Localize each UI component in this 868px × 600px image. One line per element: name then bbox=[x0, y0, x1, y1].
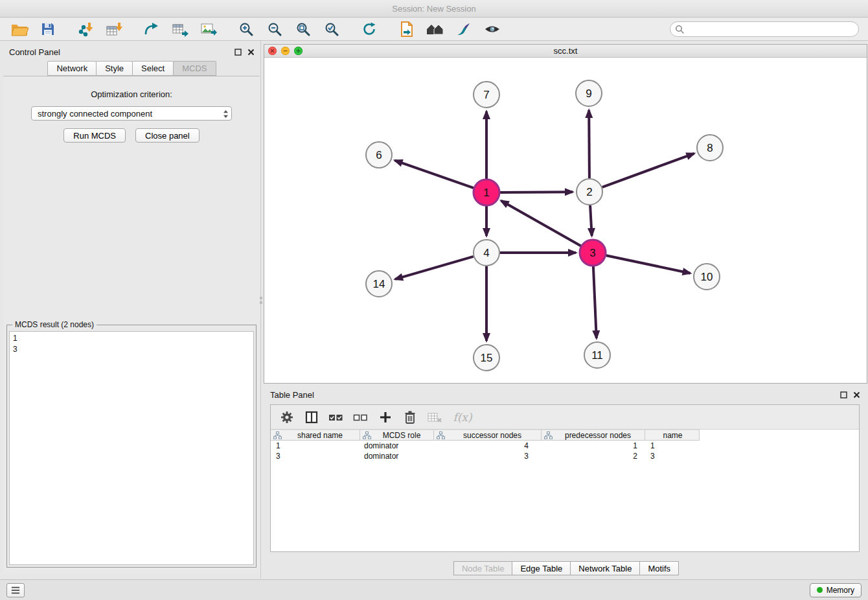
node-6[interactable]: 6 bbox=[366, 142, 392, 168]
trash-icon bbox=[404, 410, 417, 424]
import-network-button[interactable] bbox=[74, 19, 97, 39]
node-1[interactable]: 1 bbox=[474, 179, 499, 205]
node-10[interactable]: 10 bbox=[694, 264, 720, 290]
table-row[interactable]: 3 dominator 3 2 3 bbox=[271, 451, 859, 461]
mcds-result-title: MCDS result (2 nodes) bbox=[12, 320, 97, 329]
edge-2-8[interactable] bbox=[602, 154, 694, 187]
export-network-icon bbox=[144, 21, 159, 37]
node-11[interactable]: 11 bbox=[584, 342, 610, 368]
column-header-shared-name[interactable]: shared name bbox=[271, 430, 360, 441]
refresh-icon bbox=[361, 21, 377, 37]
criterion-select-value: strongly connected component bbox=[38, 109, 152, 119]
criterion-select[interactable]: strongly connected component bbox=[31, 106, 232, 121]
delete-columns-button[interactable] bbox=[399, 408, 421, 427]
close-panel-button[interactable]: Close panel bbox=[135, 128, 200, 143]
column-header-name[interactable]: name bbox=[645, 430, 700, 441]
node-15[interactable]: 15 bbox=[474, 345, 499, 371]
close-table-panel-icon[interactable] bbox=[853, 391, 860, 398]
tab-style[interactable]: Style bbox=[96, 61, 133, 76]
control-panel-title: Control Panel bbox=[9, 47, 60, 57]
node-3[interactable]: 3 bbox=[580, 240, 606, 266]
edge-2-9[interactable] bbox=[589, 110, 589, 178]
svg-text:9: 9 bbox=[586, 87, 591, 100]
function-builder-button[interactable]: f(x) bbox=[448, 408, 477, 427]
network-graph-canvas[interactable]: 7968124314101511 bbox=[264, 58, 867, 383]
cell-predecessor-nodes: 1 bbox=[542, 441, 645, 451]
sort-tree-icon bbox=[363, 432, 371, 439]
save-session-button[interactable] bbox=[36, 19, 60, 39]
mcds-result-list[interactable]: 1 3 bbox=[9, 331, 254, 565]
refresh-view-button[interactable] bbox=[358, 19, 381, 39]
import-table-button[interactable] bbox=[102, 19, 126, 39]
float-table-panel-icon[interactable] bbox=[840, 391, 847, 398]
cell-name: 3 bbox=[645, 451, 700, 461]
columns-icon bbox=[305, 411, 318, 424]
table-panel-title: Table Panel bbox=[270, 390, 314, 400]
float-panel-icon[interactable] bbox=[234, 49, 242, 56]
node-14[interactable]: 14 bbox=[366, 271, 392, 297]
deselect-all-button[interactable] bbox=[350, 408, 372, 427]
tab-mcds[interactable]: MCDS bbox=[173, 61, 216, 76]
node-4[interactable]: 4 bbox=[474, 240, 499, 266]
memory-status-icon bbox=[817, 587, 823, 593]
edge-2-3[interactable] bbox=[590, 205, 592, 236]
task-history-button[interactable] bbox=[6, 583, 25, 597]
zoom-selected-button[interactable] bbox=[320, 19, 343, 39]
tab-motifs[interactable]: Motifs bbox=[639, 561, 679, 575]
panel-splitter[interactable] bbox=[260, 41, 261, 579]
zoom-in-button[interactable] bbox=[234, 19, 258, 39]
table-panel: Table Panel bbox=[264, 387, 868, 561]
edge-1-2[interactable] bbox=[500, 192, 573, 192]
zoom-out-button[interactable] bbox=[263, 19, 286, 39]
delete-table-button[interactable] bbox=[424, 408, 446, 427]
column-header-predecessor-nodes[interactable]: predecessor nodes bbox=[542, 430, 645, 441]
tab-edge-table[interactable]: Edge Table bbox=[512, 561, 571, 575]
svg-text:15: 15 bbox=[481, 352, 493, 364]
open-session-button[interactable] bbox=[8, 19, 31, 39]
export-network-button[interactable] bbox=[140, 19, 163, 39]
memory-button[interactable]: Memory bbox=[810, 583, 862, 597]
node-2[interactable]: 2 bbox=[577, 179, 602, 205]
search-input[interactable] bbox=[670, 21, 859, 37]
select-all-button[interactable] bbox=[325, 408, 347, 427]
plus-icon bbox=[379, 411, 392, 424]
search-icon bbox=[675, 25, 684, 34]
export-table-button[interactable] bbox=[168, 19, 192, 39]
table-row[interactable]: 1 dominator 4 1 1 bbox=[271, 441, 859, 451]
splitter-grip[interactable] bbox=[259, 295, 262, 305]
minimize-window-icon[interactable] bbox=[281, 47, 290, 55]
tab-node-table[interactable]: Node Table bbox=[453, 561, 513, 575]
file-group bbox=[8, 19, 60, 39]
home-button[interactable] bbox=[424, 19, 447, 39]
column-header-successor-nodes[interactable]: successor nodes bbox=[434, 430, 542, 441]
edge-4-14[interactable] bbox=[395, 257, 474, 279]
apply-style-button[interactable] bbox=[452, 19, 475, 39]
table-tabs: Node Table Edge Table Network Table Moti… bbox=[264, 561, 868, 575]
close-window-icon[interactable] bbox=[268, 47, 277, 55]
run-mcds-button[interactable]: Run MCDS bbox=[63, 128, 126, 143]
close-panel-icon[interactable] bbox=[247, 49, 255, 56]
tab-network-table[interactable]: Network Table bbox=[570, 561, 640, 575]
edge-3-11[interactable] bbox=[593, 266, 597, 338]
maximize-window-icon[interactable] bbox=[294, 47, 303, 55]
cell-predecessor-nodes: 2 bbox=[542, 451, 645, 461]
tab-network[interactable]: Network bbox=[47, 61, 97, 76]
node-8[interactable]: 8 bbox=[697, 135, 723, 161]
edge-3-10[interactable] bbox=[606, 255, 691, 273]
show-hide-button[interactable] bbox=[481, 19, 504, 39]
show-columns-button[interactable] bbox=[301, 408, 323, 427]
tab-select[interactable]: Select bbox=[132, 61, 174, 76]
copy-style-button[interactable] bbox=[395, 19, 418, 39]
svg-text:11: 11 bbox=[591, 349, 603, 362]
titlebar: Session: New Session bbox=[0, 0, 868, 17]
export-image-button[interactable] bbox=[197, 19, 220, 39]
add-column-button[interactable] bbox=[374, 408, 396, 427]
zoom-fit-button[interactable] bbox=[291, 19, 315, 39]
column-header-mcds-role[interactable]: MCDS role bbox=[360, 430, 434, 441]
column-settings-button[interactable] bbox=[276, 408, 298, 427]
node-9[interactable]: 9 bbox=[576, 80, 602, 106]
edge-3-1[interactable] bbox=[501, 201, 581, 246]
sort-tree-icon bbox=[273, 432, 282, 439]
edge-1-6[interactable] bbox=[395, 161, 474, 189]
node-7[interactable]: 7 bbox=[474, 82, 499, 108]
